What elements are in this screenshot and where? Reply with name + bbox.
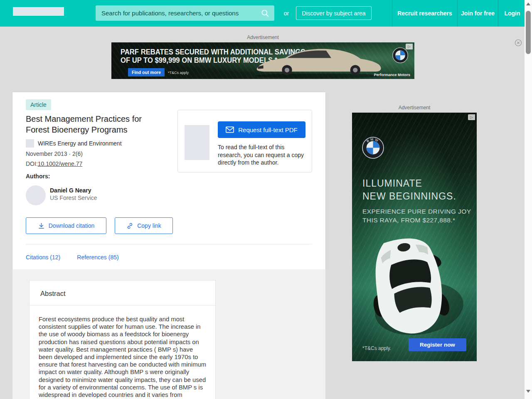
or-label: or — [281, 0, 292, 27]
tab-references[interactable]: References (85) — [77, 254, 118, 261]
banner-terms-label: *T&Cs apply — [168, 71, 189, 75]
document-thumbnail — [185, 125, 209, 160]
site-logo[interactable] — [13, 7, 64, 16]
publication-date: November 2013 · 2(6) — [26, 150, 83, 157]
abstract-heading: Abstract — [40, 290, 66, 298]
download-icon — [38, 222, 45, 229]
journal-row: WIREs Energy and Environment — [26, 139, 122, 148]
author-affiliation: US Forest Service — [50, 195, 97, 201]
top-banner-ad[interactable]: PARF REBATES SECURED WITH ADDITIONAL SAV… — [111, 42, 414, 79]
banner-car-image — [249, 44, 390, 79]
side-ad-car-image — [352, 228, 469, 347]
discover-by-subject-button[interactable]: Discover by subject area — [296, 6, 372, 20]
nav-login[interactable]: Login — [498, 0, 526, 27]
download-citation-label: Download citation — [49, 222, 95, 229]
adchoices-icon[interactable]: ▷ — [406, 44, 413, 49]
tab-citations[interactable]: Citations (12) — [26, 254, 60, 261]
header: or Discover by subject area Recruit rese… — [0, 0, 532, 27]
abstract-section: Abstract Forest ecosystems produce the b… — [12, 269, 325, 399]
mail-icon — [226, 126, 234, 133]
journal-name-link[interactable]: WIREs Energy and Environment — [38, 140, 122, 147]
side-ad-subheadline: EXPERIENCE PURE DRIVING JOY THIS RAYA, F… — [362, 207, 471, 224]
bmw-logo-icon — [392, 47, 408, 63]
header-nav: Recruit researchers Join for free Login — [392, 0, 526, 27]
side-banner-ad[interactable]: ▷ BMW ILLUMINATE NEW BEGINNINGS. EXPERIE… — [352, 113, 477, 361]
scroll-up-arrow-icon[interactable] — [526, 2, 530, 5]
side-ad-subheadline-line1: EXPERIENCE PURE DRIVING JOY — [362, 207, 471, 216]
side-ad-subheadline-line2: THIS RAYA, FROM $227,888.* — [362, 216, 471, 224]
citation-reference-tabs: Citations (12) References (85) — [26, 254, 119, 261]
link-icon — [126, 222, 133, 229]
nav-recruit-researchers[interactable]: Recruit researchers — [392, 0, 457, 27]
card-divider — [26, 244, 312, 244]
request-fulltext-box: Request full-text PDF To read the full-t… — [177, 110, 312, 172]
doi-link[interactable]: 10.1002/wene.77 — [38, 160, 82, 167]
publication-title: Best Management Practices for Forest Bio… — [26, 113, 167, 135]
scrollbar[interactable] — [525, 0, 532, 399]
side-adchoices-icon[interactable]: ▷ — [468, 114, 475, 120]
author-avatar[interactable] — [26, 185, 46, 205]
abstract-text: Forest ecosystems produce the best quali… — [39, 315, 207, 399]
doi-label: DOI: — [26, 160, 38, 167]
scroll-down-arrow-icon[interactable] — [526, 390, 530, 393]
bmw-logo-icon: BMW — [362, 137, 384, 159]
journal-icon — [26, 139, 34, 148]
side-ad-headline-line1: ILLUMINATE — [362, 177, 456, 190]
copy-link-label: Copy link — [137, 222, 161, 229]
request-note: To read the full-text of this research, … — [218, 143, 305, 167]
banner-find-out-more-button[interactable]: Find out more — [128, 68, 165, 76]
publication-card: Article Best Management Practices for Fo… — [12, 92, 325, 269]
authors-label: Authors: — [26, 173, 50, 180]
side-ad-advertisement-label: Advertisement — [352, 105, 477, 111]
search-icon[interactable] — [261, 9, 269, 17]
doi-row: DOI:10.1002/wene.77 — [26, 160, 82, 167]
side-ad-headline: ILLUMINATE NEW BEGINNINGS. — [362, 177, 456, 203]
abstract-divider — [30, 305, 215, 305]
search-input[interactable] — [96, 10, 259, 17]
close-ad-icon[interactable] — [515, 39, 522, 47]
banner-advertiser-label: Performance Motors — [374, 73, 410, 77]
abstract-card: Abstract Forest ecosystems produce the b… — [29, 280, 216, 399]
request-fulltext-button[interactable]: Request full-text PDF — [218, 121, 305, 138]
nav-join-for-free[interactable]: Join for free — [457, 0, 498, 27]
author-name-link[interactable]: Daniel G Neary — [50, 187, 91, 194]
register-now-button[interactable]: Register now — [409, 338, 466, 351]
top-ad-advertisement-label: Advertisement — [111, 34, 414, 40]
download-citation-button[interactable]: Download citation — [26, 217, 106, 234]
publication-type-badge: Article — [26, 99, 51, 110]
request-fulltext-label: Request full-text PDF — [238, 126, 298, 133]
side-ad-headline-line2: NEW BEGINNINGS. — [362, 190, 456, 203]
scrollbar-thumb[interactable] — [526, 11, 531, 54]
search-bar[interactable] — [96, 5, 274, 21]
copy-link-button[interactable]: Copy link — [115, 217, 173, 234]
side-ad-terms-label: *T&Cs apply. — [362, 345, 391, 351]
